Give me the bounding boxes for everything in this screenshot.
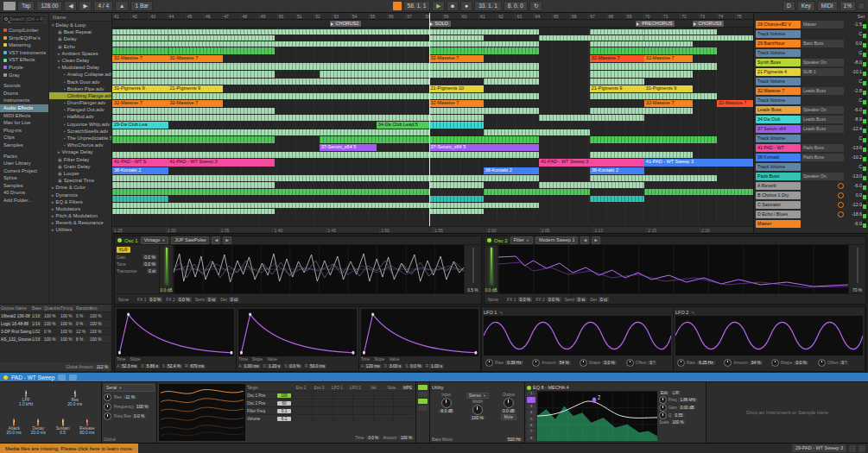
track-volume-value[interactable]: C (845, 98, 862, 103)
browser-file[interactable]: ▾Delay & Loop (49, 22, 111, 28)
osc-footer-param[interactable]: FX 10.0 % (507, 297, 532, 302)
macro-knob[interactable] (62, 418, 64, 426)
env-value[interactable]: R670 ms (185, 364, 206, 368)
browser-file[interactable]: ▣Spectral Time (49, 177, 111, 184)
mod-source-header[interactable]: LFO 1 (328, 386, 346, 390)
lfo-param-knob[interactable] (485, 359, 493, 367)
clip[interactable] (429, 41, 540, 47)
browser-file[interactable]: ▣Filter Delay (49, 156, 111, 163)
clip[interactable] (112, 79, 429, 85)
browser-file[interactable]: ▸Reverb & Resonance (49, 219, 111, 226)
mod-amount-cell[interactable]: 100 (277, 393, 291, 398)
clip[interactable] (644, 47, 717, 54)
clip[interactable]: 38-Kontakt 2 (484, 167, 540, 174)
clip[interactable]: 32-Massive 7 (644, 100, 693, 107)
clip[interactable] (112, 209, 275, 214)
env-value[interactable]: S0.0 % (284, 364, 301, 368)
env-value[interactable]: A52.3 ms (117, 364, 138, 368)
track-name[interactable]: Pads Buss (756, 173, 801, 180)
lfo-param[interactable]: Offset0 ° (626, 359, 669, 367)
clip[interactable] (320, 71, 429, 78)
browser-file[interactable]: ▸Clean Delay (49, 57, 111, 64)
collection-item[interactable]: Mastering (0, 41, 48, 49)
clip[interactable] (590, 175, 717, 181)
osc-footer-param[interactable]: Semi0 st (195, 297, 217, 302)
clip[interactable] (429, 47, 484, 54)
mpe-value-box[interactable] (418, 392, 428, 397)
osc-footer-param[interactable]: Det0 ct (220, 297, 239, 302)
track-routing-select[interactable]: Leads Buss (801, 116, 844, 123)
clip[interactable]: 34-Da Club Lead 5 (377, 122, 429, 129)
device-activator-icon[interactable] (3, 375, 8, 380)
mod-matrix-cells[interactable] (292, 408, 414, 414)
mod-matrix-cells[interactable] (292, 416, 414, 422)
clip[interactable]: 21-Pigments 9 (168, 85, 223, 92)
osc-preset-select[interactable]: Modern Sweep 1 (535, 236, 579, 244)
clip[interactable] (484, 189, 590, 195)
lfo-param[interactable]: Shape0.0 % (580, 359, 623, 367)
lfo-param[interactable]: Amount54 % (532, 359, 575, 367)
env-tab[interactable]: Slope (130, 357, 140, 362)
clip[interactable]: 32-Massive 7 (429, 55, 484, 62)
browser-file[interactable]: ▪Broken Pipe.adv (49, 85, 111, 92)
track-routing-select[interactable]: Pads Buss (801, 154, 844, 161)
mpe-tab[interactable]: MPE (402, 386, 414, 390)
track-name[interactable]: B Chorus 1 Dry (756, 192, 801, 199)
track-name[interactable]: 29 BazzHouz (756, 40, 801, 47)
place-item[interactable]: Samples (0, 182, 48, 190)
track-name[interactable]: Leads Buss (756, 106, 801, 114)
browser-search[interactable] (2, 15, 47, 23)
locator-flag[interactable]: CHORUS3 (693, 21, 725, 27)
clip[interactable] (112, 189, 429, 195)
bass-mono-freq[interactable]: 500 Hz (506, 437, 523, 442)
env-value[interactable]: A1.00 ms (238, 364, 260, 368)
filter-mode-select[interactable]: Serial▼ (104, 384, 155, 392)
clip[interactable]: 32-Massive 7 (112, 55, 168, 62)
eq-band-button[interactable]: 4 (527, 410, 535, 415)
files-column-header[interactable]: Name (49, 13, 111, 22)
missing-files-message[interactable]: Media files are missing. Please click he… (0, 444, 138, 453)
mpe-value-box[interactable] (418, 399, 428, 404)
track-name[interactable]: Synth Buss (756, 59, 801, 66)
collection-item[interactable]: VST Effects (0, 56, 48, 64)
clip[interactable] (429, 196, 484, 202)
eq-band-button[interactable]: 8 (527, 436, 535, 441)
eq-param-knob[interactable] (659, 412, 667, 419)
input-gain-value[interactable]: -8.0 dB (438, 409, 454, 413)
track-routing-select[interactable]: SUB 3 (801, 68, 844, 76)
env-value[interactable]: D3.00 s (384, 364, 403, 368)
clip[interactable] (112, 175, 429, 181)
track-routing-select[interactable]: Leads Buss (801, 125, 844, 133)
tempo-field[interactable]: 128.00 (36, 1, 62, 11)
browser-file[interactable]: ▣Echo (49, 43, 111, 50)
eq-band-button[interactable]: 3 (527, 404, 535, 409)
clip[interactable] (223, 47, 276, 54)
env-value[interactable]: A120 ms (361, 364, 382, 368)
osc-on-indicator[interactable] (117, 238, 122, 242)
amount-value[interactable]: 100 % (399, 436, 414, 440)
track-name[interactable]: 21 Pigments 4 (756, 68, 801, 76)
groove-row[interactable]: 16beat2 136-08 1/16 100 % 100 % 0 % 100 … (0, 312, 111, 320)
lfo-param[interactable]: Rate6.25 Hz (677, 359, 720, 367)
track-volume-value[interactable]: -10.1 (845, 69, 862, 74)
clip[interactable] (112, 136, 275, 143)
browser-file[interactable]: ▸EQ & Filters (49, 198, 111, 205)
macro-knob[interactable] (86, 418, 88, 426)
clip[interactable]: 32-Massive 7 (429, 100, 484, 107)
category-item[interactable]: Plug-ins (0, 127, 48, 135)
metronome-icon[interactable]: ▲ (115, 1, 129, 11)
osc-footer-param[interactable]: Semi0 st (565, 297, 586, 302)
eq-band-button[interactable]: 7 (527, 429, 535, 434)
track-name[interactable]: 41 PAD - WT (756, 144, 801, 152)
browser-file[interactable]: ▸Modulators (49, 205, 111, 212)
lfo-param[interactable]: Amount34 % (724, 359, 767, 367)
clip[interactable]: 29-Da Club Lea (112, 122, 168, 129)
clip[interactable] (539, 35, 644, 41)
tap-tempo-button[interactable]: Tap (17, 1, 35, 11)
send-knob[interactable] (838, 202, 844, 208)
clip[interactable]: 32-Massive 7 (717, 100, 753, 107)
eq-band-button[interactable]: 5 (527, 417, 535, 422)
clip[interactable] (539, 115, 644, 121)
eq-display[interactable]: 2 (537, 391, 657, 441)
clip[interactable]: 21-Pigments 9 (590, 85, 644, 92)
